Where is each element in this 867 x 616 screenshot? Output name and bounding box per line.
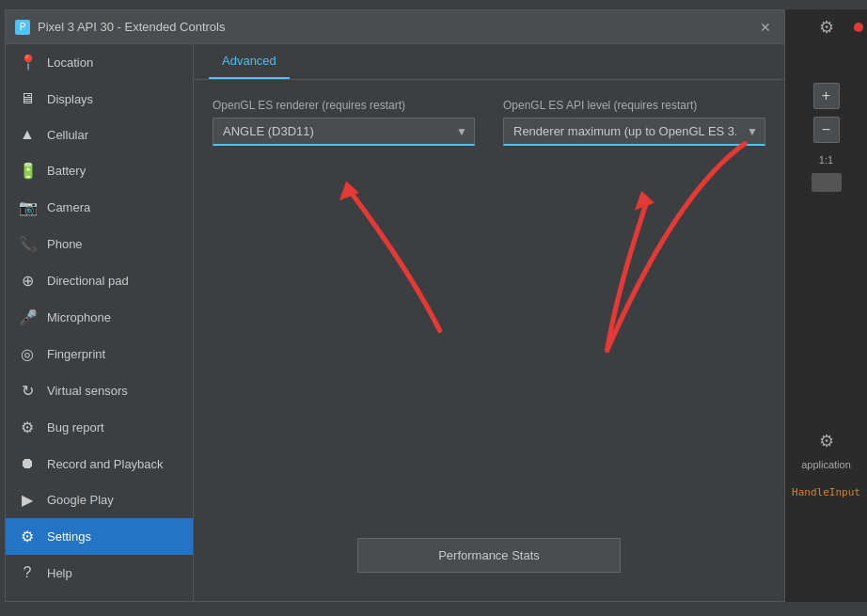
extended-controls-dialog: P Pixel 3 API 30 - Extended Controls ✕ 📍… — [5, 9, 785, 602]
google-play-icon: ▶ — [19, 491, 36, 509]
content-body: OpenGL ES renderer (requires restart) AN… — [194, 80, 784, 601]
sidebar-item-directional-pad[interactable]: ⊕Directional pad — [6, 262, 193, 299]
cellular-icon: ▲ — [19, 126, 36, 143]
sidebar-item-battery[interactable]: 🔋Battery — [6, 152, 193, 189]
sidebar-item-cellular[interactable]: ▲Cellular — [6, 117, 193, 152]
sidebar-item-location[interactable]: 📍Location — [6, 44, 193, 81]
sidebar-item-label-displays: Displays — [47, 92, 93, 106]
help-icon: ? — [19, 564, 36, 581]
sidebar-item-camera[interactable]: 📷Camera — [6, 189, 193, 226]
sidebar-item-virtual-sensors[interactable]: ↻Virtual sensors — [6, 372, 193, 409]
sidebar-item-label-phone: Phone — [47, 237, 83, 251]
zoom-minus-button[interactable]: − — [813, 117, 840, 143]
battery-icon: 🔋 — [19, 162, 36, 180]
sidebar-item-label-virtual-sensors: Virtual sensors — [47, 384, 128, 398]
opengl-renderer-label: OpenGL ES renderer (requires restart) — [213, 99, 475, 112]
annotation-arrows — [194, 80, 784, 601]
camera-icon: 📷 — [19, 198, 36, 216]
virtual-sensors-icon: ↻ — [19, 382, 36, 400]
sidebar-item-label-settings: Settings — [47, 529, 91, 544]
opengl-api-select-wrapper: Renderer maximum (up to OpenGL ES 3.1) C… — [503, 118, 765, 146]
settings-gear-icon[interactable]: ⚙ — [819, 431, 834, 451]
close-button[interactable]: ✕ — [756, 18, 775, 37]
sidebar-item-google-play[interactable]: ▶Google Play — [6, 482, 193, 518]
content-panel: Advanced OpenGL ES renderer (requires re… — [194, 44, 784, 601]
sidebar-item-label-cellular: Cellular — [47, 128, 88, 142]
tab-advanced[interactable]: Advanced — [209, 44, 290, 79]
sidebar-item-label-battery: Battery — [47, 164, 86, 178]
sidebar-item-label-camera: Camera — [47, 200, 90, 214]
sidebar-item-label-record-playback: Record and Playback — [47, 457, 164, 471]
directional-pad-icon: ⊕ — [19, 272, 36, 290]
sidebar-item-microphone[interactable]: 🎤Microphone — [6, 299, 193, 336]
performance-stats-button[interactable]: Performance Stats — [357, 538, 621, 573]
gear-icon[interactable]: ⚙ — [819, 17, 834, 38]
opengl-renderer-select[interactable]: ANGLE (D3D11) ANGLE (OpenGL) ANGLE (Vulk… — [213, 118, 475, 146]
sidebar-item-label-bug-report: Bug report — [47, 420, 104, 434]
sidebar-item-label-location: Location — [47, 55, 93, 70]
sidebar: 📍Location🖥Displays▲Cellular🔋Battery📷Came… — [6, 44, 194, 601]
record-playback-icon: ⏺ — [19, 455, 36, 472]
sidebar-item-displays[interactable]: 🖥Displays — [6, 81, 193, 117]
screen-thumbnail — [812, 173, 842, 192]
sidebar-item-label-microphone: Microphone — [47, 310, 111, 324]
right-panel: ⚙ + − 1:1 ⚙ application HandleInput — [784, 9, 867, 602]
microphone-icon: 🎤 — [19, 308, 36, 326]
app-label: application — [801, 459, 851, 470]
title-bar: P Pixel 3 API 30 - Extended Controls ✕ — [6, 10, 784, 44]
opengl-renderer-select-wrapper: ANGLE (D3D11) ANGLE (OpenGL) ANGLE (Vulk… — [213, 118, 475, 146]
bug-report-icon: ⚙ — [19, 419, 36, 436]
sidebar-item-bug-report[interactable]: ⚙Bug report — [6, 409, 193, 446]
opengl-api-label: OpenGL ES API level (requires restart) — [503, 99, 765, 112]
displays-icon: 🖥 — [19, 90, 36, 107]
sidebar-item-fingerprint[interactable]: ◎Fingerprint — [6, 336, 193, 372]
settings-icon: ⚙ — [19, 528, 36, 545]
opengl-api-group: OpenGL ES API level (requires restart) R… — [503, 99, 765, 146]
sidebar-item-help[interactable]: ?Help — [6, 555, 193, 591]
svg-marker-1 — [635, 191, 654, 211]
dialog-body: 📍Location🖥Displays▲Cellular🔋Battery📷Came… — [6, 44, 784, 601]
sidebar-item-phone[interactable]: 📞Phone — [6, 226, 193, 262]
opengl-api-select[interactable]: Renderer maximum (up to OpenGL ES 3.1) C… — [503, 118, 765, 146]
settings-row-opengl: OpenGL ES renderer (requires restart) AN… — [213, 99, 765, 146]
sidebar-item-label-google-play: Google Play — [47, 493, 114, 507]
svg-marker-0 — [339, 181, 359, 200]
window-title: Pixel 3 API 30 - Extended Controls — [38, 20, 756, 34]
fingerprint-icon: ◎ — [19, 345, 36, 363]
zoom-plus-button[interactable]: + — [813, 83, 840, 109]
ratio-display: 1:1 — [819, 154, 833, 166]
performance-stats-container: Performance Stats — [194, 538, 784, 573]
phone-icon: 📞 — [19, 235, 36, 253]
tabs-bar: Advanced — [194, 44, 784, 80]
window-icon: P — [15, 20, 30, 35]
sidebar-item-record-playback[interactable]: ⏺Record and Playback — [6, 446, 193, 482]
sidebar-item-label-help: Help — [47, 566, 72, 580]
opengl-renderer-group: OpenGL ES renderer (requires restart) AN… — [213, 99, 475, 146]
code-text: HandleInput — [792, 486, 860, 498]
sidebar-item-label-fingerprint: Fingerprint — [47, 347, 105, 361]
location-icon: 📍 — [19, 54, 36, 71]
sidebar-item-settings[interactable]: ⚙Settings — [6, 518, 193, 555]
red-dot-indicator — [854, 23, 863, 32]
sidebar-item-label-directional-pad: Directional pad — [47, 274, 129, 288]
